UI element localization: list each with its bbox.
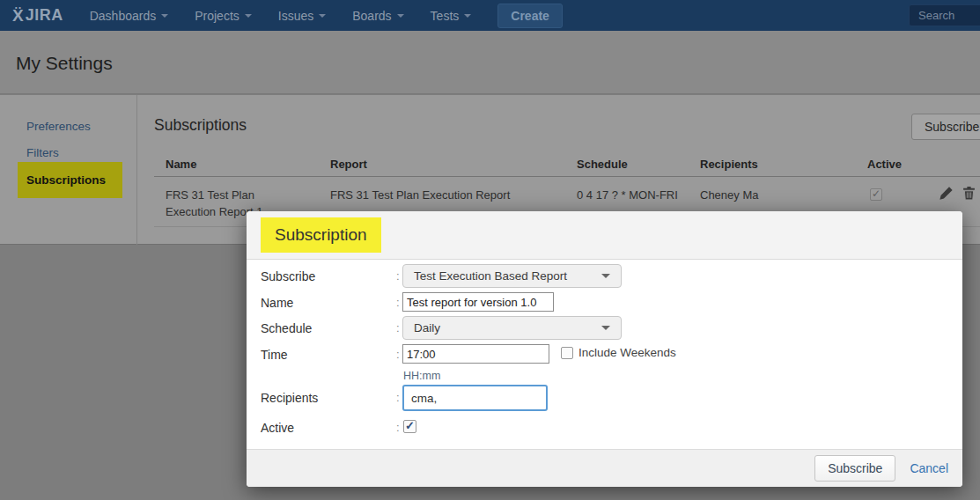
panel-title: Subscriptions (154, 116, 247, 135)
nav-item-boards[interactable]: Boards (352, 9, 403, 23)
cell-schedule: 0 4 17 ? * MON-FRI (577, 187, 681, 203)
field-label-time: Time (261, 348, 288, 362)
column-header-schedule: Schedule (577, 158, 628, 171)
select-value: Daily (414, 321, 601, 335)
label-colon: : (396, 421, 400, 434)
sidebar-item-filters[interactable]: Filters (26, 146, 59, 159)
recipients-input[interactable] (402, 385, 548, 411)
active-checkbox[interactable] (403, 420, 416, 433)
jira-logo-icon: Ẍ (12, 6, 24, 26)
sidebar-item-label: Subscriptions (26, 173, 106, 187)
modal-cancel-link[interactable]: Cancel (910, 461, 948, 475)
time-input[interactable] (402, 344, 549, 364)
label-colon: : (396, 348, 400, 361)
chevron-down-icon (161, 14, 168, 18)
edit-pencil-icon[interactable] (939, 186, 954, 201)
chevron-down-icon (397, 14, 404, 18)
chevron-down-icon (601, 326, 610, 330)
schedule-select[interactable]: Daily (402, 316, 622, 340)
chevron-down-icon (601, 274, 610, 278)
field-label-subscribe: Subscribe (261, 269, 315, 283)
cell-report: FRS 31 Test Plan Execution Report (330, 187, 577, 203)
nav-item-tests[interactable]: Tests (431, 9, 472, 23)
label-colon: : (396, 269, 400, 283)
nav-item-label: Issues (278, 9, 313, 23)
field-label-schedule: Schedule (261, 321, 312, 335)
include-weekends-label: Include Weekends (578, 346, 676, 359)
delete-trash-icon[interactable] (962, 186, 976, 201)
label-colon: : (396, 321, 400, 335)
modal-subscribe-button[interactable]: Subscribe (814, 455, 895, 482)
field-label-recipients: Recipients (261, 391, 318, 405)
time-format-hint: HH:mm (403, 370, 440, 382)
nav-item-dashboards[interactable]: Dashboards (90, 9, 169, 23)
sidebar-item-subscriptions[interactable]: Subscriptions (18, 162, 122, 198)
field-label-active: Active (261, 421, 294, 435)
jira-logo[interactable]: Ẍ JIRA (12, 6, 63, 26)
label-colon: : (396, 391, 400, 404)
select-value: Test Execution Based Report (414, 269, 601, 283)
chevron-down-icon (245, 14, 252, 18)
panel-subscribe-button[interactable]: Subscribe (911, 114, 980, 140)
name-input[interactable] (402, 292, 554, 312)
search-input[interactable] (909, 4, 980, 26)
nav-item-label: Tests (431, 9, 460, 23)
nav-item-label: Projects (195, 9, 239, 23)
nav-item-issues[interactable]: Issues (278, 9, 326, 23)
chevron-down-icon (464, 14, 471, 18)
nav-bar: Ẍ JIRA Dashboards Projects Issues Boards… (0, 0, 980, 31)
page-title: My Settings (16, 53, 113, 74)
modal-footer: Subscribe Cancel (247, 449, 962, 487)
column-header-report: Report (330, 158, 367, 171)
nav-item-projects[interactable]: Projects (195, 9, 252, 23)
column-header-recipients: Recipients (700, 158, 758, 171)
column-header-name: Name (166, 158, 196, 171)
sidebar-divider (136, 95, 137, 245)
subscription-modal: Subscription Subscribe : Test Execution … (247, 211, 962, 487)
create-button[interactable]: Create (497, 4, 563, 28)
modal-header: Subscription (247, 211, 962, 260)
table-header-divider (154, 176, 980, 177)
jira-logo-text: JIRA (26, 6, 63, 25)
modal-title: Subscription (261, 217, 381, 253)
sidebar-item-preferences[interactable]: Preferences (26, 120, 91, 133)
row-active-checkbox (870, 188, 882, 201)
include-weekends-checkbox[interactable] (561, 347, 573, 359)
nav-item-label: Dashboards (90, 9, 157, 23)
chevron-down-icon (319, 14, 326, 18)
field-label-name: Name (261, 296, 293, 310)
cell-recipients: Cheney Ma (700, 187, 841, 203)
nav-item-label: Boards (352, 9, 391, 23)
subscribe-report-select[interactable]: Test Execution Based Report (402, 264, 622, 288)
settings-header-bar (0, 31, 980, 94)
column-header-active: Active (867, 158, 902, 171)
label-colon: : (396, 296, 400, 309)
table-row: FRS 31 Test Plan Execution Report 1 FRS … (0, 0, 12, 12)
